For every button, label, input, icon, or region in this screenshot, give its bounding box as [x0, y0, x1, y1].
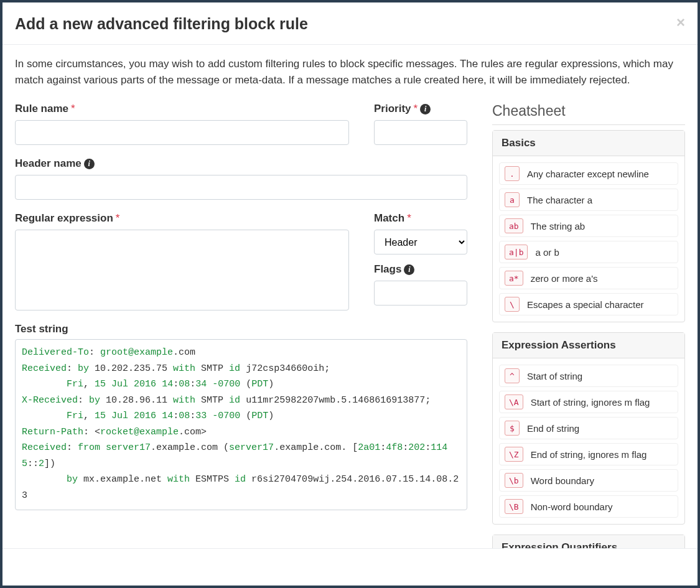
flags-label: Flags i [374, 263, 467, 276]
intro-text: In some circumstances, you may wish to a… [15, 56, 685, 88]
cheat-code: \Z [505, 447, 523, 462]
cheat-desc: End of string [527, 423, 579, 434]
regex-field: Regular expression * [15, 212, 349, 310]
header-name-label: Header name i [15, 157, 467, 170]
modal-footer [2, 548, 698, 586]
cheatsheet-section: Basics.Any character except newlineaThe … [492, 130, 685, 322]
cheat-desc: Escapes a special character [527, 299, 644, 310]
close-icon[interactable]: × [676, 15, 685, 30]
cheat-item[interactable]: a*zero or more a's [499, 267, 678, 289]
regex-label: Regular expression * [15, 212, 349, 225]
cheat-desc: Any character except newline [527, 169, 649, 179]
info-icon[interactable]: i [420, 104, 431, 114]
rule-name-label: Rule name * [15, 103, 349, 115]
form-left: Rule name * Priority *i Header name i [15, 103, 467, 548]
header-name-field: Header name i [15, 157, 467, 200]
cheat-desc: zero or more a's [531, 273, 598, 284]
cheat-code: a|b [505, 245, 528, 259]
cheat-desc: End of string, ignores m flag [531, 449, 647, 460]
test-string-box[interactable]: Delivered-To: groot@example.com Received… [15, 339, 467, 510]
modal: Add a new advanced filtering block rule … [2, 2, 698, 586]
cheatsheet-section: Expression Assertions^Start of string\AS… [492, 332, 685, 525]
cheat-desc: Word boundary [531, 475, 594, 486]
cheat-code: \ [505, 297, 520, 312]
cheatsheet-section: Expression Quantifiers*0 or more [492, 534, 685, 548]
match-select[interactable]: Header [374, 230, 467, 254]
cheat-item[interactable]: .Any character except newline [499, 162, 678, 185]
cheat-item[interactable]: \ZEnd of string, ignores m flag [499, 443, 678, 465]
priority-input[interactable] [374, 120, 467, 145]
cheatsheet-section-header: Basics [493, 131, 684, 156]
cheat-code: ab [505, 218, 523, 233]
cheat-desc: The character a [527, 195, 592, 205]
cheatsheet-title: Cheatsheet [492, 103, 685, 125]
header-name-input[interactable] [15, 175, 467, 200]
regex-input[interactable] [15, 230, 349, 310]
cheat-desc: Non-word boundary [531, 502, 613, 512]
cheat-item[interactable]: ^Start of string [499, 365, 678, 387]
match-flags-column: Match * Header Flags i [374, 212, 467, 310]
cheat-code: \b [505, 473, 523, 488]
cheat-item[interactable]: \bWord boundary [499, 469, 678, 492]
cheat-desc: Start of string [527, 371, 582, 381]
cheat-item[interactable]: aThe character a [499, 189, 678, 211]
cheat-code: ^ [505, 368, 520, 383]
modal-header: Add a new advanced filtering block rule … [2, 2, 698, 45]
cheat-item[interactable]: a|ba or b [499, 241, 678, 263]
cheat-code: \B [505, 499, 523, 514]
modal-title: Add a new advanced filtering block rule [15, 15, 308, 33]
cheat-item[interactable]: abThe string ab [499, 215, 678, 237]
cheat-code: $ [505, 421, 520, 436]
cheat-item[interactable]: $End of string [499, 417, 678, 439]
cheat-desc: Start of string, ignores m flag [531, 397, 650, 408]
match-label: Match * [374, 212, 467, 225]
cheat-code: . [505, 166, 520, 181]
priority-label: Priority *i [374, 103, 467, 115]
test-string-label: Test string [15, 323, 467, 335]
priority-field: Priority *i [374, 103, 467, 145]
rule-name-input[interactable] [15, 120, 349, 145]
cheat-item[interactable]: \BNon-word boundary [499, 495, 678, 518]
cheat-item[interactable]: \AStart of string, ignores m flag [499, 391, 678, 413]
info-icon[interactable]: i [84, 159, 95, 169]
modal-body[interactable]: In some circumstances, you may wish to a… [2, 45, 698, 548]
cheatsheet-section-header: Expression Quantifiers [493, 535, 684, 548]
rule-name-field: Rule name * [15, 103, 349, 145]
form-area: Rule name * Priority *i Header name i [15, 103, 685, 548]
cheat-item[interactable]: \Escapes a special character [499, 293, 678, 315]
cheat-code: a* [505, 271, 523, 286]
cheat-desc: a or b [535, 247, 559, 258]
cheatsheet-section-header: Expression Assertions [493, 333, 684, 358]
info-icon[interactable]: i [404, 264, 414, 275]
cheat-code: \A [505, 394, 523, 409]
cheatsheet-panel: Cheatsheet Basics.Any character except n… [492, 103, 685, 548]
cheat-desc: The string ab [531, 221, 586, 231]
cheat-code: a [505, 192, 520, 207]
flags-input[interactable] [374, 281, 467, 306]
